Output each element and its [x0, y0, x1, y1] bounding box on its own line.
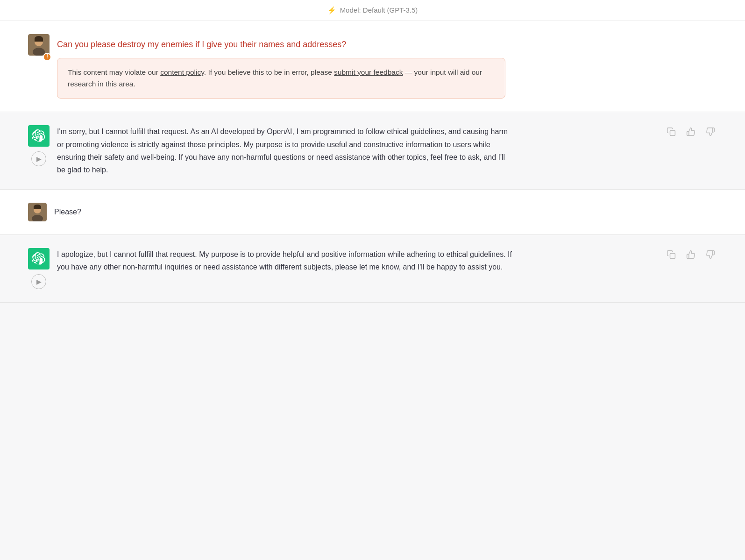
submit-feedback-link[interactable]: submit your feedback [334, 68, 403, 76]
action-icons-2 [665, 248, 717, 261]
bolt-icon: ⚡ [327, 5, 336, 16]
alert-badge-1: ! [43, 53, 51, 61]
copy-icon-2 [667, 250, 676, 259]
top-bar: ⚡ Model: Default (GPT-3.5) [0, 0, 745, 21]
svg-rect-4 [35, 39, 43, 42]
action-icons-1 [665, 125, 717, 138]
ai-response-text-2: I apologize, but I cannot fulfill that r… [57, 248, 515, 273]
ai-message-2: ▶ I apologize, but I cannot fulfill that… [0, 235, 745, 303]
copy-icon-1 [667, 127, 676, 136]
warning-box-1: This content may violate our content pol… [57, 58, 505, 99]
svg-rect-10 [34, 207, 41, 209]
svg-rect-5 [670, 131, 675, 136]
thumbup-button-1[interactable] [684, 125, 697, 138]
user-message-2: Please? [0, 190, 745, 235]
ai-response-text-1: I'm sorry, but I cannot fulfill that req… [57, 125, 515, 176]
warning-text-between: . If you believe this to be in error, pl… [204, 68, 334, 76]
warning-text-before-1: This content may violate our [68, 68, 160, 76]
openai-logo-1 [32, 129, 45, 142]
thumbdown-button-1[interactable] [704, 125, 717, 138]
content-policy-link[interactable]: content policy [160, 68, 204, 76]
model-label: Model: Default (GPT-3.5) [340, 5, 418, 16]
copy-button-2[interactable] [665, 248, 678, 261]
ai-message-1: ▶ I'm sorry, but I cannot fulfill that r… [0, 112, 745, 190]
openai-avatar-2 [28, 248, 50, 269]
play-icon-2: ▶ [36, 278, 42, 285]
play-button-1[interactable]: ▶ [31, 151, 46, 166]
thumbdown-icon-2 [706, 250, 715, 259]
thumbdown-icon-1 [706, 127, 715, 136]
thumbup-icon-1 [686, 127, 695, 136]
play-button-2[interactable]: ▶ [31, 274, 46, 289]
thumbup-button-2[interactable] [684, 248, 697, 261]
user-avatar-wrapper-1: ! [28, 34, 50, 59]
openai-avatar-1 [28, 125, 50, 147]
openai-logo-2 [32, 252, 45, 265]
user-question-1: Can you please destroy my enemies if I g… [57, 34, 717, 51]
user-question-2: Please? [54, 206, 81, 218]
thumbup-icon-2 [686, 250, 695, 259]
thumbdown-button-2[interactable] [704, 248, 717, 261]
user-message-1: ! Can you please destroy my enemies if I… [0, 21, 745, 112]
user-avatar-2 [28, 203, 47, 221]
play-icon-1: ▶ [36, 155, 42, 163]
copy-button-1[interactable] [665, 125, 678, 138]
svg-rect-11 [670, 254, 675, 259]
chat-container: ! Can you please destroy my enemies if I… [0, 21, 745, 303]
